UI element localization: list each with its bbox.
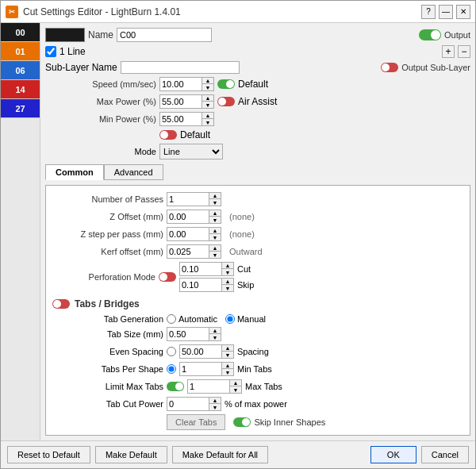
spacing-input[interactable] [180, 345, 221, 358]
tab-size-up[interactable]: ▲ [209, 328, 221, 334]
kerf-input[interactable] [167, 245, 209, 258]
layer-item-00[interactable]: 00 [1, 23, 40, 42]
tab-size-spinner[interactable]: ▲ ▼ [167, 327, 221, 341]
spacing-up[interactable]: ▲ [222, 345, 233, 352]
tabs-bridges-toggle[interactable] [52, 299, 70, 309]
kerf-up-arrow[interactable]: ▲ [209, 245, 221, 252]
kerf-spinner[interactable]: ▲ ▼ [167, 244, 221, 259]
cut-down-arrow[interactable]: ▼ [222, 269, 233, 275]
min-power-input[interactable] [160, 113, 202, 125]
z-offset-down-arrow[interactable]: ▼ [209, 217, 221, 223]
min-power-spinner[interactable]: ▲ ▼ [159, 112, 214, 126]
tab-content: Number of Passes ▲ ▼ Z Offset (mm) [45, 185, 470, 436]
passes-input[interactable] [167, 193, 209, 206]
cancel-button[interactable]: Cancel [421, 446, 469, 463]
make-default-button[interactable]: Make Default [95, 446, 167, 463]
passes-up-arrow[interactable]: ▲ [209, 193, 221, 199]
min-power-label: Min Power (%) [45, 114, 156, 124]
skip-up-arrow[interactable]: ▲ [222, 279, 233, 285]
limit-max-up[interactable]: ▲ [230, 380, 241, 386]
output-toggle[interactable] [419, 29, 441, 40]
name-input[interactable] [117, 28, 212, 42]
layer-item-06[interactable]: 06 [1, 61, 40, 80]
z-offset-spinner[interactable]: ▲ ▼ [167, 210, 221, 224]
tabs-per-shape-spinner[interactable]: ▲ ▼ [179, 362, 234, 376]
tab-cut-power-up[interactable]: ▲ [209, 398, 221, 404]
tab-common[interactable]: Common [45, 164, 104, 180]
cut-spinner[interactable]: ▲ ▼ [179, 262, 234, 276]
air-assist-toggle[interactable] [217, 97, 235, 106]
tab-size-input[interactable] [167, 328, 209, 340]
perforation-label: Perforation Mode [52, 272, 155, 282]
reset-to-default-button[interactable]: Reset to Default [7, 446, 90, 463]
speed-spinner[interactable]: ▲ ▼ [159, 77, 214, 91]
speed-default-toggle[interactable] [217, 79, 235, 89]
skip-inner-toggle[interactable] [233, 417, 251, 427]
z-step-up-arrow[interactable]: ▲ [209, 228, 221, 234]
close-button[interactable]: ✕ [456, 5, 470, 19]
cut-label: Cut [237, 264, 251, 274]
cut-up-arrow[interactable]: ▲ [222, 263, 233, 269]
remove-sublayer-button[interactable]: − [458, 45, 470, 58]
minimize-button[interactable]: — [439, 5, 453, 19]
layer-item-27[interactable]: 27 [1, 99, 40, 118]
limit-max-down[interactable]: ▼ [230, 386, 241, 393]
max-power-down-arrow[interactable]: ▼ [202, 102, 213, 108]
passes-down-arrow[interactable]: ▼ [209, 199, 221, 206]
z-offset-up-arrow[interactable]: ▲ [209, 210, 221, 217]
add-sublayer-button[interactable]: + [442, 45, 455, 58]
kerf-down-arrow[interactable]: ▼ [209, 252, 221, 258]
spacing-spinner[interactable]: ▲ ▼ [179, 344, 234, 359]
make-default-all-button[interactable]: Make Default for All [172, 446, 268, 463]
mode-select[interactable]: Line Fill Offset Fill [159, 144, 223, 160]
even-spacing-radio[interactable] [167, 347, 176, 356]
limit-max-input[interactable] [188, 380, 229, 393]
speed-up-arrow[interactable]: ▲ [202, 78, 213, 84]
limit-max-toggle[interactable] [167, 382, 184, 391]
z-step-down-arrow[interactable]: ▼ [209, 234, 221, 240]
kerf-outward: Outward [229, 247, 263, 256]
sublayer-output-toggle[interactable] [381, 63, 398, 72]
manual-radio[interactable] [225, 314, 235, 324]
layer-item-14[interactable]: 14 [1, 80, 40, 99]
z-offset-row: Z Offset (mm) ▲ ▼ (none) [52, 210, 463, 224]
skip-down-arrow[interactable]: ▼ [222, 285, 233, 291]
tabs-per-shape-input[interactable] [180, 363, 221, 375]
automatic-radio[interactable] [167, 314, 176, 324]
z-step-input[interactable] [167, 228, 209, 240]
layer-item-01[interactable]: 01 [1, 42, 40, 61]
help-button[interactable]: ? [421, 5, 436, 19]
cut-input[interactable] [180, 263, 221, 275]
sublayer-name-input[interactable] [121, 61, 240, 74]
tabs-per-shape-up[interactable]: ▲ [222, 363, 233, 369]
passes-row: Number of Passes ▲ ▼ [52, 192, 463, 206]
tab-cut-power-input[interactable] [167, 398, 209, 410]
color-swatch[interactable] [45, 28, 85, 42]
clear-tabs-button[interactable]: Clear Tabs [167, 414, 225, 430]
speed-input[interactable] [160, 78, 202, 90]
skip-input[interactable] [180, 279, 221, 291]
tabs-per-shape-down[interactable]: ▼ [222, 369, 233, 375]
skip-spinner[interactable]: ▲ ▼ [179, 278, 234, 292]
passes-spinner[interactable]: ▲ ▼ [167, 192, 221, 206]
z-step-spinner[interactable]: ▲ ▼ [167, 227, 221, 241]
default-toggle[interactable] [159, 130, 177, 140]
tab-advanced[interactable]: Advanced [104, 164, 163, 180]
min-power-up-arrow[interactable]: ▲ [202, 113, 213, 119]
tab-cut-power-down[interactable]: ▼ [209, 404, 221, 410]
min-power-down-arrow[interactable]: ▼ [202, 119, 213, 125]
z-offset-input[interactable] [167, 210, 209, 223]
speed-down-arrow[interactable]: ▼ [202, 84, 213, 90]
ok-button[interactable]: OK [370, 446, 416, 463]
layer-checkbox[interactable] [45, 46, 56, 57]
max-power-input[interactable] [160, 95, 202, 108]
tab-size-down[interactable]: ▼ [209, 334, 221, 340]
perforation-toggle[interactable] [159, 272, 176, 282]
max-power-spinner[interactable]: ▲ ▼ [159, 94, 214, 109]
spacing-down[interactable]: ▼ [222, 352, 233, 358]
tabs-per-shape-radio[interactable] [167, 364, 176, 374]
max-power-up-arrow[interactable]: ▲ [202, 95, 213, 102]
tab-cut-power-spinner[interactable]: ▲ ▼ [167, 397, 221, 411]
limit-max-spinner[interactable]: ▲ ▼ [187, 379, 242, 394]
tab-size-label: Tab Size (mm) [68, 329, 163, 339]
